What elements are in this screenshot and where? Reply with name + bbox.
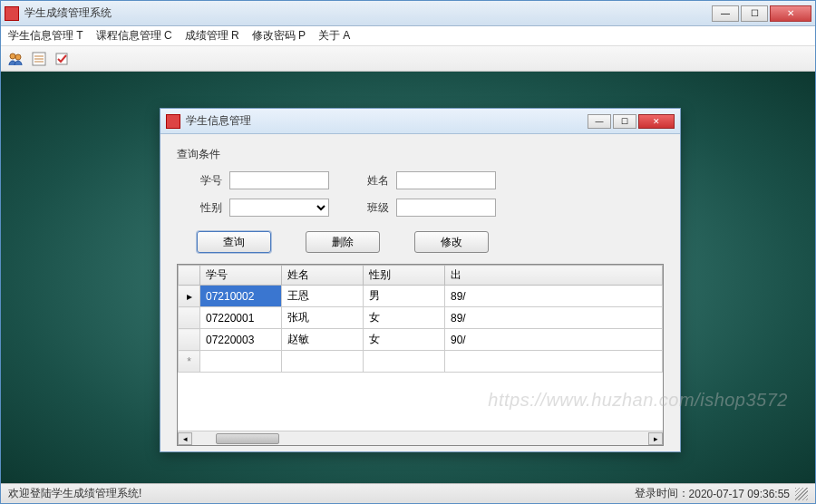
table-row[interactable]: 07220001 张巩 女 89/ — [179, 307, 663, 329]
cell[interactable]: 07220003 — [200, 329, 282, 351]
client-area: 学生信息管理 ― ☐ ✕ 查询条件 学号 姓名 性别 — [1, 72, 815, 483]
col-student-id[interactable]: 学号 — [200, 266, 282, 286]
cell[interactable]: 王恩 — [282, 286, 364, 307]
dialog-maximize-button[interactable]: ☐ — [613, 114, 636, 129]
class-label: 班级 — [360, 200, 389, 216]
student-id-input[interactable] — [229, 171, 329, 189]
dialog-titlebar: 学生信息管理 ― ☐ ✕ — [160, 109, 680, 134]
main-title: 学生成绩管理系统 — [24, 5, 712, 21]
cell[interactable]: 07220001 — [200, 307, 282, 329]
cell[interactable]: 赵敏 — [282, 329, 364, 351]
app-icon — [5, 6, 19, 21]
name-label: 姓名 — [360, 173, 389, 189]
resize-grip-icon[interactable] — [795, 488, 808, 500]
col-birth[interactable]: 出 — [445, 266, 663, 286]
cell[interactable]: 男 — [364, 286, 445, 307]
gender-label: 性别 — [193, 200, 222, 216]
cell[interactable]: 07210002 — [200, 286, 282, 307]
users-icon[interactable] — [6, 50, 24, 68]
form-icon[interactable] — [30, 50, 48, 68]
button-row: 查询 删除 修改 — [177, 226, 664, 264]
form-row-1: 学号 姓名 — [177, 171, 664, 189]
class-input[interactable] — [396, 199, 496, 217]
minimize-button[interactable]: ― — [712, 5, 739, 22]
svg-point-0 — [10, 53, 15, 59]
data-grid[interactable]: 学号 姓名 性别 出 ▸ 07210002 王恩 男 89/ — [177, 264, 664, 446]
dialog-close-button[interactable]: ✕ — [638, 114, 675, 129]
dialog-title: 学生信息管理 — [186, 113, 588, 129]
main-window: 学生成绩管理系统 ― ☐ ✕ 学生信息管理 T 课程信息管理 C 成绩管理 R … — [0, 0, 816, 504]
menu-student-info[interactable]: 学生信息管理 T — [8, 28, 83, 44]
delete-button[interactable]: 删除 — [306, 231, 380, 253]
menu-about[interactable]: 关于 A — [318, 28, 350, 44]
close-button[interactable]: ✕ — [770, 5, 811, 22]
grid-header-row: 学号 姓名 性别 出 — [179, 266, 663, 286]
scroll-thumb[interactable] — [216, 433, 279, 444]
maximize-button[interactable]: ☐ — [741, 5, 768, 22]
menu-change-password[interactable]: 修改密码 P — [252, 28, 306, 44]
table-row[interactable]: 07220003 赵敏 女 90/ — [179, 329, 663, 351]
check-icon[interactable] — [53, 50, 72, 68]
status-welcome: 欢迎登陆学生成绩管理系统! — [8, 486, 635, 501]
cell[interactable]: 女 — [364, 329, 445, 351]
toolbar — [1, 46, 815, 72]
dialog-body: 查询条件 学号 姓名 性别 班级 查询 删除 — [160, 134, 680, 451]
new-row[interactable]: * — [179, 351, 663, 373]
table-row[interactable]: ▸ 07210002 王恩 男 89/ — [179, 286, 663, 307]
svg-point-1 — [15, 54, 21, 60]
dialog-app-icon — [166, 114, 180, 129]
scroll-left-icon[interactable]: ◂ — [178, 432, 192, 445]
main-titlebar: 学生成绩管理系统 ― ☐ ✕ — [1, 1, 815, 26]
student-id-label: 学号 — [193, 173, 222, 189]
row-indicator-icon: ▸ — [179, 286, 200, 307]
modify-button[interactable]: 修改 — [414, 231, 489, 253]
horizontal-scrollbar[interactable]: ◂ ▸ — [178, 431, 663, 445]
statusbar: 欢迎登陆学生成绩管理系统! 登录时间： 2020-07-17 09:36:55 — [1, 483, 815, 503]
cell[interactable]: 90/ — [445, 329, 663, 351]
query-conditions-label: 查询条件 — [177, 147, 664, 162]
cell[interactable]: 89/ — [445, 286, 663, 307]
student-info-dialog: 学生信息管理 ― ☐ ✕ 查询条件 学号 姓名 性别 — [160, 108, 681, 452]
form-row-2: 性别 班级 — [177, 199, 664, 217]
new-row-marker: * — [179, 351, 200, 373]
row-header-corner — [179, 266, 200, 286]
dialog-controls: ― ☐ ✕ — [588, 114, 675, 129]
dialog-minimize-button[interactable]: ― — [588, 114, 611, 129]
window-controls: ― ☐ ✕ — [712, 5, 811, 22]
scroll-right-icon[interactable]: ▸ — [648, 432, 663, 445]
name-input[interactable] — [396, 171, 496, 189]
gender-select[interactable] — [229, 199, 329, 217]
col-gender[interactable]: 性别 — [364, 266, 445, 286]
col-name[interactable]: 姓名 — [282, 266, 364, 286]
menubar: 学生信息管理 T 课程信息管理 C 成绩管理 R 修改密码 P 关于 A — [1, 26, 815, 46]
query-button[interactable]: 查询 — [197, 231, 271, 253]
login-time: 2020-07-17 09:36:55 — [689, 488, 790, 500]
cell[interactable]: 女 — [364, 307, 445, 329]
cell[interactable]: 张巩 — [282, 307, 364, 329]
cell[interactable]: 89/ — [445, 307, 663, 329]
menu-grade-mgmt[interactable]: 成绩管理 R — [185, 28, 239, 44]
menu-course-info[interactable]: 课程信息管理 C — [96, 28, 172, 44]
login-time-label: 登录时间： — [635, 486, 689, 501]
